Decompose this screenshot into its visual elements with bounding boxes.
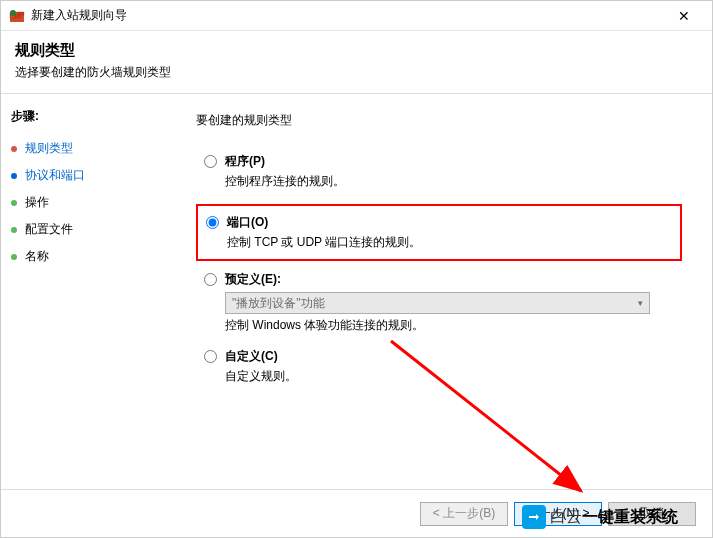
page-title: 规则类型 [15, 41, 698, 60]
sidebar-step-2[interactable]: 操作 [11, 189, 156, 216]
option-desc-custom: 自定义规则。 [225, 368, 682, 385]
firewall-icon [9, 8, 25, 24]
dropdown-value: "播放到设备"功能 [232, 295, 325, 312]
highlight-annotation: 端口(O) 控制 TCP 或 UDP 端口连接的规则。 [196, 204, 682, 261]
step-label: 配置文件 [25, 221, 73, 238]
step-bullet-icon [11, 173, 17, 179]
radio-custom[interactable] [204, 350, 217, 363]
cancel-button[interactable]: 取消 [608, 502, 696, 526]
back-button: < 上一步(B) [420, 502, 508, 526]
option-label-program: 程序(P) [225, 153, 265, 170]
option-label-port: 端口(O) [227, 214, 268, 231]
option-custom: 自定义(C) 自定义规则。 [196, 348, 682, 385]
option-program: 程序(P) 控制程序连接的规则。 [196, 153, 682, 190]
option-desc-program: 控制程序连接的规则。 [225, 173, 682, 190]
radio-predefined[interactable] [204, 273, 217, 286]
option-label-predefined: 预定义(E): [225, 271, 281, 288]
option-desc-port: 控制 TCP 或 UDP 端口连接的规则。 [227, 234, 672, 251]
svg-rect-3 [19, 12, 24, 15]
option-port: 端口(O) 控制 TCP 或 UDP 端口连接的规则。 [206, 214, 672, 251]
sidebar-step-0[interactable]: 规则类型 [11, 135, 156, 162]
svg-rect-5 [15, 15, 20, 18]
step-label: 名称 [25, 248, 49, 265]
window-title: 新建入站规则向导 [31, 7, 664, 24]
step-bullet-icon [11, 227, 17, 233]
close-icon: ✕ [678, 8, 690, 24]
page-subtitle: 选择要创建的防火墙规则类型 [15, 64, 698, 81]
sidebar-step-4[interactable]: 名称 [11, 243, 156, 270]
step-bullet-icon [11, 254, 17, 260]
step-label: 操作 [25, 194, 49, 211]
radio-port[interactable] [206, 216, 219, 229]
sidebar-step-3[interactable]: 配置文件 [11, 216, 156, 243]
content-area: 步骤: 规则类型协议和端口操作配置文件名称 要创建的规则类型 程序(P) 控制程… [1, 94, 712, 496]
step-bullet-icon [11, 146, 17, 152]
sidebar-step-1[interactable]: 协议和端口 [11, 162, 156, 189]
titlebar: 新建入站规则向导 ✕ [1, 1, 712, 31]
predefined-dropdown: "播放到设备"功能▾ [225, 292, 650, 314]
option-label-custom: 自定义(C) [225, 348, 278, 365]
step-bullet-icon [11, 200, 17, 206]
step-label: 协议和端口 [25, 167, 85, 184]
main-panel: 要创建的规则类型 程序(P) 控制程序连接的规则。 端口(O) 控制 TCP 或… [166, 94, 712, 496]
wizard-footer: < 上一步(B) 下一步(N) > 取消 [1, 489, 712, 537]
rule-type-question: 要创建的规则类型 [196, 112, 682, 129]
wizard-header: 规则类型 选择要创建的防火墙规则类型 [1, 31, 712, 94]
radio-program[interactable] [204, 155, 217, 168]
svg-point-6 [10, 10, 16, 16]
sidebar-title: 步骤: [11, 108, 156, 125]
next-button[interactable]: 下一步(N) > [514, 502, 602, 526]
wizard-steps-sidebar: 步骤: 规则类型协议和端口操作配置文件名称 [1, 94, 166, 496]
option-predefined: 预定义(E): "播放到设备"功能▾控制 Windows 体验功能连接的规则。 [196, 271, 682, 334]
close-button[interactable]: ✕ [664, 2, 704, 30]
chevron-down-icon: ▾ [638, 298, 643, 308]
step-label: 规则类型 [25, 140, 73, 157]
option-desc-predefined: 控制 Windows 体验功能连接的规则。 [225, 317, 682, 334]
